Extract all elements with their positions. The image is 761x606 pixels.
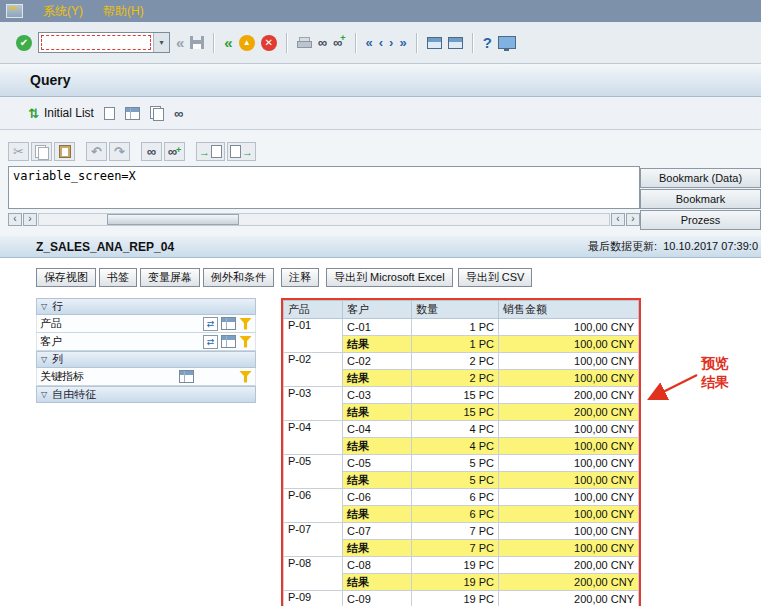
- redo-icon[interactable]: ↷: [109, 142, 130, 161]
- last-page-icon[interactable]: »: [399, 36, 406, 49]
- report-button[interactable]: 例外和条件: [203, 268, 274, 287]
- report-button[interactable]: 保存视图: [36, 268, 96, 287]
- table-cell: 结果: [343, 574, 412, 591]
- undo-icon[interactable]: ↶: [86, 142, 107, 161]
- cut-icon[interactable]: ✂: [8, 142, 29, 161]
- table-cell: 1 PC: [412, 336, 499, 353]
- previous-page-icon[interactable]: ‹: [379, 36, 383, 49]
- menu-bar: 系统(Y)帮助(H): [0, 0, 761, 22]
- command-input[interactable]: [39, 33, 153, 52]
- table-header-cell[interactable]: 销售金额: [499, 301, 639, 319]
- menu-item[interactable]: 帮助(H): [93, 0, 154, 22]
- scroll-left-icon[interactable]: ‹: [8, 213, 22, 226]
- copy-icon[interactable]: [31, 142, 52, 161]
- table-cell: C-08: [343, 557, 412, 574]
- table-cell: 7 PC: [412, 540, 499, 557]
- nav-section-header[interactable]: ▽自由特征: [36, 386, 256, 403]
- help-icon[interactable]: ?: [483, 35, 492, 50]
- scroll-left-icon[interactable]: ‹: [611, 213, 625, 226]
- copy-icon[interactable]: [150, 106, 164, 120]
- table-cell: 19 PC: [412, 591, 499, 606]
- annotation-line: 结果: [701, 373, 729, 392]
- find-next-icon[interactable]: ∞ +: [333, 36, 346, 49]
- report-button[interactable]: 导出到 CSV: [458, 268, 533, 287]
- nav-row-label[interactable]: 产品: [40, 316, 200, 331]
- table-header-cell[interactable]: 客户: [343, 301, 412, 319]
- cancel-icon[interactable]: ✕: [261, 35, 277, 51]
- annotation-line: 预览: [701, 354, 729, 373]
- report-button[interactable]: 变量屏幕: [140, 268, 200, 287]
- print-icon[interactable]: [297, 37, 312, 49]
- menu-item[interactable]: 系统(Y): [33, 0, 93, 22]
- nav-section-header[interactable]: ▽行: [36, 298, 256, 315]
- last-update-label: 最后数据更新:: [588, 240, 657, 252]
- table-cell: 4 PC: [412, 438, 499, 455]
- table-cell: C-04: [343, 421, 412, 438]
- nav-row: 产品⇄: [36, 315, 256, 333]
- nav-section-header[interactable]: ▽列: [36, 351, 256, 368]
- report-button[interactable]: 注释: [281, 268, 319, 287]
- annotation-arrow-icon: [643, 370, 703, 406]
- table-row: P-07C-077 PC100,00 CNY: [284, 523, 639, 540]
- customize-layout-icon[interactable]: [498, 36, 516, 49]
- swap-icon[interactable]: ⇄: [203, 317, 218, 331]
- nav-row-label[interactable]: 客户: [40, 334, 200, 349]
- enter-icon[interactable]: ✔: [16, 35, 32, 51]
- table-cell: 100,00 CNY: [499, 336, 639, 353]
- table-icon[interactable]: [221, 317, 236, 330]
- filter-icon[interactable]: [239, 318, 252, 330]
- results-table: 产品客户数量销售金额 P-01C-011 PC100,00 CNY结果1 PC1…: [283, 300, 639, 606]
- new-session-icon[interactable]: [427, 37, 442, 49]
- nav-section-title: 列: [52, 352, 63, 367]
- script-editor[interactable]: variable_screen=X: [8, 166, 640, 209]
- nav-row-label[interactable]: 关键指标: [40, 369, 176, 384]
- side-buttons: Bookmark (Data)BookmarkProzess: [640, 168, 761, 231]
- swap-icon[interactable]: ⇄: [203, 335, 218, 349]
- annotation-preview-result: 预览 结果: [701, 354, 729, 392]
- shortcut-icon[interactable]: [448, 37, 463, 49]
- side-button[interactable]: Bookmark: [640, 189, 761, 209]
- report-button[interactable]: 导出到 Microsoft Excel: [326, 268, 453, 287]
- paste-icon[interactable]: [54, 142, 75, 161]
- table-cell: C-06: [343, 489, 412, 506]
- toolbar-separator: [355, 33, 357, 53]
- find-icon[interactable]: ∞: [318, 36, 327, 49]
- next-page-icon[interactable]: ›: [389, 36, 393, 49]
- overview-icon[interactable]: [125, 107, 140, 120]
- side-button[interactable]: Bookmark (Data): [640, 168, 761, 188]
- table-cell: 200,00 CNY: [499, 387, 639, 404]
- dropdown-icon[interactable]: ▾: [153, 33, 169, 52]
- results-table-wrap: 产品客户数量销售金额 P-01C-011 PC100,00 CNY结果1 PC1…: [281, 298, 641, 606]
- report-title: Z_SALES_ANA_REP_04: [36, 240, 174, 254]
- import-icon[interactable]: →: [196, 142, 225, 161]
- toolbar-separator: [213, 33, 215, 53]
- export-icon[interactable]: →: [227, 142, 256, 161]
- report-button[interactable]: 书签: [99, 268, 137, 287]
- create-icon[interactable]: [104, 107, 115, 120]
- initial-list-button[interactable]: ⇅ Initial List: [28, 106, 94, 120]
- scroll-right-icon[interactable]: ›: [23, 213, 37, 226]
- scroll-right-icon[interactable]: ›: [626, 213, 640, 226]
- scrollbar-track[interactable]: [38, 213, 610, 226]
- exit-icon[interactable]: ▲: [239, 35, 255, 51]
- table-row: P-04C-044 PC100,00 CNY: [284, 421, 639, 438]
- table-cell: C-09: [343, 591, 412, 606]
- table-header-cell[interactable]: 数量: [412, 301, 499, 319]
- table-icon[interactable]: [179, 370, 194, 383]
- system-menu-icon[interactable]: [6, 4, 23, 18]
- table-cell: 100,00 CNY: [499, 438, 639, 455]
- horizontal-scrollbar: ‹ › ‹ ›: [8, 212, 640, 226]
- first-page-icon[interactable]: «: [366, 36, 373, 49]
- find-icon[interactable]: ∞: [141, 142, 162, 161]
- filter-icon[interactable]: [239, 336, 252, 348]
- filter-icon[interactable]: [239, 371, 252, 383]
- back-icon[interactable]: «: [224, 35, 232, 50]
- display-icon[interactable]: ∞: [174, 107, 183, 120]
- find-next-icon[interactable]: ∞+: [164, 142, 185, 161]
- table-icon[interactable]: [221, 335, 236, 348]
- scrollbar-thumb[interactable]: [107, 214, 239, 225]
- save-icon[interactable]: [190, 36, 204, 49]
- side-button[interactable]: Prozess: [640, 210, 761, 230]
- collapse-icon[interactable]: «: [176, 35, 184, 50]
- table-header-cell[interactable]: 产品: [284, 301, 343, 319]
